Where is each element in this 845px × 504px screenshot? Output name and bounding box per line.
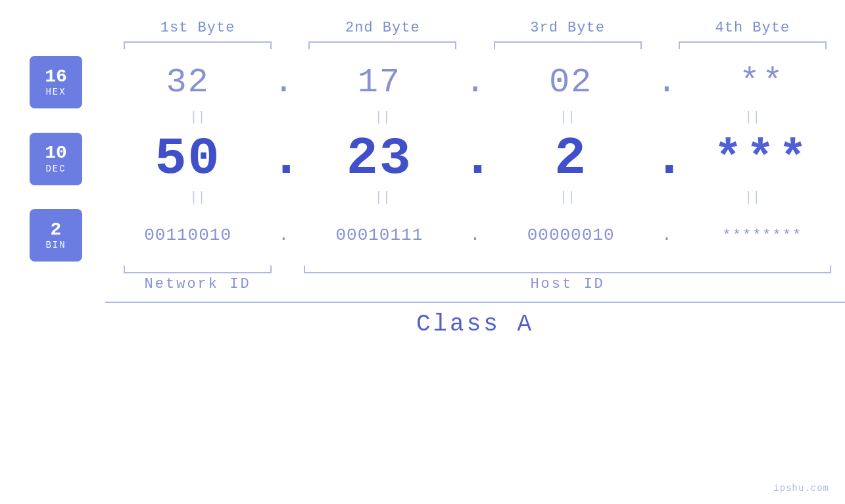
dec-badge-number: 10 bbox=[45, 143, 67, 164]
class-label: Class A bbox=[105, 311, 845, 338]
hex-b1: 32 bbox=[105, 63, 270, 102]
bin-dot2: . bbox=[462, 225, 489, 245]
network-id-label: Network ID bbox=[145, 276, 251, 292]
bin-row: 2 BIN 00110010 . 00010111 . 00000010 . bbox=[0, 209, 845, 262]
bin-badge-label: BIN bbox=[45, 240, 66, 250]
bracket-cell-1 bbox=[105, 41, 290, 49]
bin-b3: 00000010 bbox=[489, 225, 654, 245]
hex-dot3: . bbox=[654, 63, 680, 102]
eq-sign-8: || bbox=[660, 190, 845, 205]
bin-badge-col: 2 BIN bbox=[0, 209, 105, 262]
network-bracket bbox=[124, 265, 272, 273]
eq-sign-1: || bbox=[105, 110, 290, 125]
bin-b4: ******** bbox=[680, 227, 845, 244]
host-bracket bbox=[304, 265, 831, 273]
dec-badge-label: DEC bbox=[45, 164, 66, 174]
hex-dot2: . bbox=[462, 63, 489, 102]
eq-sign-6: || bbox=[290, 190, 475, 205]
bottom-brackets bbox=[105, 265, 845, 273]
eq-sign-3: || bbox=[475, 110, 660, 125]
host-bracket-cell bbox=[290, 265, 845, 273]
eq-sign-4: || bbox=[660, 110, 845, 125]
dec-row: 10 DEC 50 . 23 . 2 . *** bbox=[0, 129, 845, 189]
eq-badge-col-1 bbox=[0, 108, 105, 126]
eq-badge-col-2 bbox=[0, 189, 105, 206]
byte4-header: 4th Byte bbox=[660, 20, 845, 36]
hex-dot1: . bbox=[270, 63, 297, 102]
bin-badge: 2 BIN bbox=[30, 209, 82, 262]
dec-values: 50 . 23 . 2 . *** bbox=[105, 129, 845, 189]
byte3-header: 3rd Byte bbox=[475, 20, 660, 36]
bin-b1: 00110010 bbox=[105, 225, 270, 245]
dec-dot3: . bbox=[654, 129, 680, 189]
class-divider-line bbox=[105, 302, 845, 303]
main-container: 1st Byte 2nd Byte 3rd Byte 4th Byte 16 H… bbox=[0, 0, 845, 504]
hex-b2: 17 bbox=[297, 63, 462, 102]
eq-values-1: || || || || bbox=[105, 108, 845, 126]
host-id-label: Host ID bbox=[530, 276, 604, 292]
bin-dot3: . bbox=[654, 225, 680, 245]
host-id-label-cell: Host ID bbox=[290, 276, 845, 292]
dec-badge-col: 10 DEC bbox=[0, 133, 105, 185]
hex-badge-number: 16 bbox=[45, 67, 67, 87]
bracket-top-1 bbox=[124, 41, 272, 49]
bracket-cell-2 bbox=[290, 41, 475, 49]
hex-badge: 16 HEX bbox=[30, 56, 82, 108]
dec-badge: 10 DEC bbox=[30, 133, 82, 185]
hex-badge-label: HEX bbox=[45, 87, 66, 97]
eq-sign-7: || bbox=[475, 190, 660, 205]
bin-b2: 00010111 bbox=[297, 225, 462, 245]
hex-values: 32 . 17 . 02 . ** bbox=[105, 63, 845, 102]
eq-values-2: || || || || bbox=[105, 189, 845, 206]
hex-b3: 02 bbox=[489, 63, 654, 102]
top-brackets bbox=[105, 41, 845, 49]
eq-sign-5: || bbox=[105, 190, 290, 205]
dec-b1: 50 bbox=[105, 129, 270, 189]
network-bracket-cell bbox=[105, 265, 290, 273]
hex-row: 16 HEX 32 . 17 . 02 . ** bbox=[0, 56, 845, 108]
bracket-top-3 bbox=[494, 41, 642, 49]
byte-headers: 1st Byte 2nd Byte 3rd Byte 4th Byte bbox=[0, 20, 845, 36]
bin-badge-number: 2 bbox=[51, 220, 62, 241]
id-labels: Network ID Host ID bbox=[105, 276, 845, 292]
network-id-label-cell: Network ID bbox=[105, 276, 290, 292]
watermark: ipshu.com bbox=[773, 483, 829, 493]
dec-b3: 2 bbox=[489, 129, 654, 189]
dec-dot2: . bbox=[462, 129, 489, 189]
bin-dot1: . bbox=[270, 225, 297, 245]
dec-dot1: . bbox=[270, 129, 297, 189]
hex-badge-col: 16 HEX bbox=[0, 56, 105, 108]
eq-row-2: || || || || bbox=[0, 189, 845, 206]
class-section: Class A bbox=[105, 302, 845, 338]
hex-b4: ** bbox=[680, 63, 845, 102]
dec-b2: 23 bbox=[297, 129, 462, 189]
bracket-cell-4 bbox=[660, 41, 845, 49]
eq-row-1: || || || || bbox=[0, 108, 845, 126]
dec-b4: *** bbox=[680, 132, 845, 186]
bracket-top-4 bbox=[679, 41, 827, 49]
bracket-top-2 bbox=[308, 41, 456, 49]
bin-values: 00110010 . 00010111 . 00000010 . *******… bbox=[105, 225, 845, 245]
byte1-header: 1st Byte bbox=[105, 20, 290, 36]
bracket-cell-3 bbox=[475, 41, 660, 49]
byte2-header: 2nd Byte bbox=[290, 20, 475, 36]
eq-sign-2: || bbox=[290, 110, 475, 125]
